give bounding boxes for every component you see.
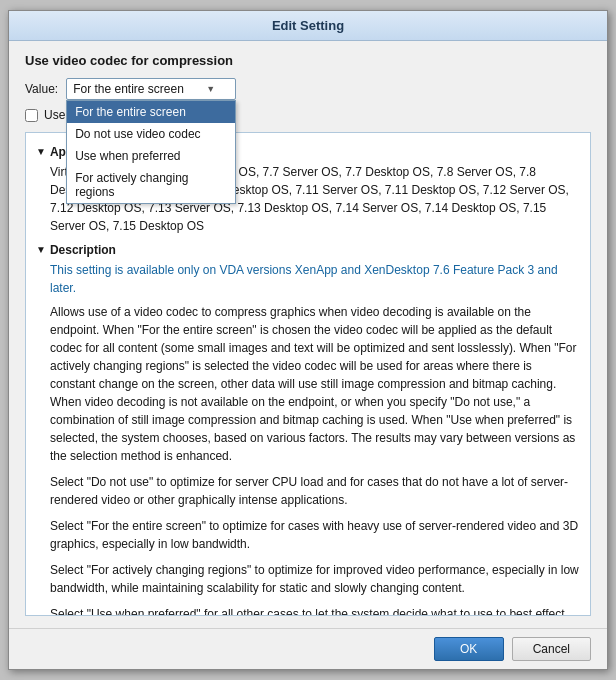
dropdown-menu: For the entire screen Do not use video c…: [66, 100, 236, 204]
value-label: Value:: [25, 82, 58, 96]
dropdown-selected-text: For the entire screen: [73, 82, 184, 96]
edit-setting-dialog: Edit Setting Use video codec for compres…: [8, 10, 608, 670]
scroll-content[interactable]: ▼ Applies Virtual Delivery Agent: 7.6 De…: [26, 133, 590, 615]
description-triangle-icon[interactable]: ▼: [36, 244, 46, 255]
dropdown-option-0[interactable]: For the entire screen: [67, 101, 235, 123]
dropdown-arrow-icon: ▼: [206, 84, 215, 94]
content-area: ▼ Applies Virtual Delivery Agent: 7.6 De…: [25, 132, 591, 616]
description-label: Description: [50, 243, 116, 257]
desc-intro: This setting is available only on VDA ve…: [50, 261, 580, 297]
dialog-body: Use video codec for compression Value: F…: [9, 41, 607, 628]
dialog-title: Edit Setting: [272, 18, 344, 33]
desc-para4: Select "For actively changing regions" t…: [50, 561, 580, 597]
desc-para2: Select "Do not use" to optimize for serv…: [50, 473, 580, 509]
dialog-footer: OK Cancel: [9, 628, 607, 669]
ok-button[interactable]: OK: [434, 637, 504, 661]
cancel-button[interactable]: Cancel: [512, 637, 591, 661]
dropdown-option-1[interactable]: Do not use video codec: [67, 123, 235, 145]
dropdown-option-2[interactable]: Use when preferred: [67, 145, 235, 167]
dropdown-container: For the entire screen ▼ For the entire s…: [66, 78, 236, 100]
description-section-header: ▼ Description: [36, 243, 580, 257]
use-checkbox[interactable]: [25, 109, 38, 122]
desc-para5: Select "Use when preferred" for all othe…: [50, 605, 580, 615]
description-content: This setting is available only on VDA ve…: [50, 261, 580, 615]
desc-para3: Select "For the entire screen" to optimi…: [50, 517, 580, 553]
section-title: Use video codec for compression: [25, 53, 591, 68]
desc-para1: Allows use of a video codec to compress …: [50, 303, 580, 465]
applies-triangle-icon[interactable]: ▼: [36, 146, 46, 157]
title-bar: Edit Setting: [9, 11, 607, 41]
value-row: Value: For the entire screen ▼ For the e…: [25, 78, 591, 100]
dropdown-option-3[interactable]: For actively changing regions: [67, 167, 235, 203]
value-dropdown[interactable]: For the entire screen ▼: [66, 78, 236, 100]
use-checkbox-label: Use: [44, 108, 65, 122]
